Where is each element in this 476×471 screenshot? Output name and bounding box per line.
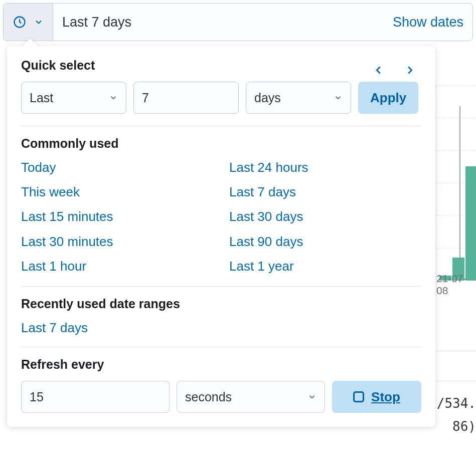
date-picker-popover: Quick select Last days Apply Commonly us… [7, 46, 435, 427]
commonly-used-title: Commonly used [21, 136, 421, 151]
histogram-chart: 21-07-08 [436, 85, 476, 296]
quick-select-value-input[interactable] [142, 91, 230, 105]
divider [21, 126, 421, 126]
previous-range-button[interactable] [373, 63, 384, 77]
common-range-last-30-minutes[interactable]: Last 30 minutes [21, 234, 216, 250]
date-range-bar: Last 7 days Show dates [3, 3, 473, 41]
quick-select-value[interactable] [133, 82, 239, 114]
divider [21, 286, 421, 287]
recently-used-title: Recently used date ranges [21, 297, 421, 311]
quick-select-toggle[interactable] [4, 4, 53, 41]
chevron-down-icon [307, 392, 316, 401]
common-range-last-24-hours[interactable]: Last 24 hours [226, 160, 421, 175]
background-code-fragment-2: 86) [452, 419, 476, 434]
show-dates-button[interactable]: Show dates [384, 4, 472, 41]
refresh-interval-value[interactable] [21, 381, 170, 413]
commonly-used-list: Today Last 24 hours This week Last 7 day… [21, 160, 421, 274]
common-range-last-30-days[interactable]: Last 30 days [226, 209, 421, 224]
quick-select-tense[interactable]: Last [21, 82, 126, 114]
stop-icon [353, 391, 364, 402]
refresh-title: Refresh every [21, 357, 421, 372]
quick-select-title: Quick select [21, 58, 95, 73]
common-range-last-1-hour[interactable]: Last 1 hour [21, 259, 216, 274]
common-range-last-15-minutes[interactable]: Last 15 minutes [21, 209, 216, 224]
common-range-last-1-year[interactable]: Last 1 year [226, 259, 421, 274]
stop-label: Stop [371, 389, 400, 405]
common-range-last-90-days[interactable]: Last 90 days [226, 234, 421, 250]
quick-select-unit-value: days [254, 91, 281, 105]
date-range-display[interactable]: Last 7 days [53, 4, 384, 41]
clock-icon [13, 15, 27, 29]
refresh-interval-unit-value: seconds [185, 390, 232, 404]
quick-select-tense-value: Last [30, 91, 53, 105]
chart-x-tick: 21-07-08 [436, 273, 476, 297]
background-code-fragment-1: t/534. [429, 396, 476, 411]
common-range-today[interactable]: Today [21, 160, 216, 175]
chevron-down-icon [109, 93, 118, 102]
refresh-interval-input[interactable] [30, 390, 161, 404]
chevron-down-icon [334, 93, 343, 102]
divider [21, 347, 421, 347]
apply-button[interactable]: Apply [358, 82, 418, 114]
chevron-down-icon [34, 17, 44, 27]
common-range-last-7-days[interactable]: Last 7 days [226, 184, 421, 200]
quick-select-unit[interactable]: days [246, 82, 351, 114]
next-range-button[interactable] [404, 63, 415, 77]
refresh-interval-unit[interactable]: seconds [177, 381, 325, 413]
recent-range-item[interactable]: Last 7 days [21, 320, 421, 336]
common-range-this-week[interactable]: This week [21, 184, 216, 200]
stop-refresh-button[interactable]: Stop [332, 381, 421, 413]
